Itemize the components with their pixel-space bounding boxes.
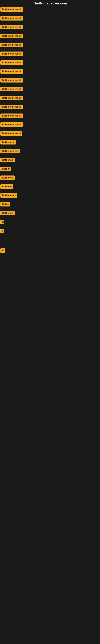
list-item: Bottleneck result <box>0 104 100 110</box>
list-item: Bottleneck result <box>0 122 100 128</box>
list-item: B <box>0 219 100 226</box>
bottleneck-badge[interactable]: Bottleneck resul <box>0 131 22 136</box>
list-item: Bottleneck result <box>0 51 100 57</box>
list-item <box>0 244 100 245</box>
bottleneck-badge[interactable]: Bottleneck result <box>0 69 23 74</box>
bottleneck-badge[interactable]: Bottleneck result <box>0 105 23 109</box>
list-item <box>0 260 100 261</box>
list-item: Bottleneck result <box>0 96 100 102</box>
bottleneck-badge[interactable]: Bottleneck result <box>0 16 23 20</box>
bottleneck-badge[interactable]: Bottleneck result <box>0 87 23 91</box>
bottleneck-badge[interactable]: Bottlene <box>0 184 13 189</box>
list-item: Bottleneck result <box>0 24 100 30</box>
bottleneck-badge[interactable]: Bottlenec <box>0 211 15 215</box>
bottleneck-badge[interactable]: Bottlenec <box>0 158 15 162</box>
bottleneck-badge[interactable]: Bottleneck result <box>0 122 23 127</box>
bottleneck-badge[interactable]: Bottleneck result <box>0 7 23 12</box>
list-item: Bottleneck resul <box>0 131 100 137</box>
site-title: TheBottlenecker.com <box>33 2 67 5</box>
list-item: Bottleneck result <box>0 34 100 40</box>
list-item: Bottlenec <box>0 175 100 181</box>
bottleneck-list: Bottleneck resultBottleneck resultBottle… <box>0 6 100 268</box>
bottleneck-badge[interactable]: Bottleneck result <box>0 114 23 118</box>
list-item: Bottleneck result <box>0 42 100 48</box>
bottleneck-badge[interactable]: Bottleneck result <box>0 96 23 100</box>
list-item: Bottlenec <box>0 158 100 164</box>
list-item: Bottlenec <box>0 210 100 216</box>
bottleneck-badge[interactable]: Bottleneck res <box>0 149 20 153</box>
bottleneck-badge[interactable]: Bottler <box>0 167 11 171</box>
bottleneck-badge[interactable]: Bottle <box>0 202 10 206</box>
list-item: Bottler <box>0 166 100 172</box>
list-item <box>0 237 100 238</box>
list-item: Bottleneck result <box>0 16 100 22</box>
list-item: Bottleneck <box>0 140 100 146</box>
bottleneck-badge[interactable]: Bottleneck result <box>0 60 23 65</box>
bottleneck-badge[interactable]: Bottleneck result <box>0 52 23 56</box>
bottleneck-badge[interactable]: Bottleneck result <box>0 25 23 30</box>
list-item: Bottleneck result <box>0 113 100 119</box>
list-item: | <box>0 228 100 234</box>
list-item <box>0 257 100 258</box>
list-item: Bottleneck r <box>0 193 100 199</box>
list-item: Bottleneck result <box>0 86 100 92</box>
bottleneck-badge[interactable]: Bottlenec <box>0 176 15 180</box>
bottleneck-badge[interactable]: Bottleneck <box>0 140 16 144</box>
bottleneck-badge[interactable]: | <box>0 228 3 233</box>
list-item: Bottleneck result <box>0 60 100 66</box>
list-item: Bottleneck result <box>0 69 100 75</box>
bottleneck-badge[interactable]: Bottleneck result <box>0 34 23 38</box>
list-item: Bottlene <box>0 184 100 190</box>
list-item: Bottleneck result <box>0 7 100 13</box>
bottleneck-badge[interactable]: Bo <box>0 248 5 253</box>
list-item: Bo <box>0 248 100 254</box>
bottleneck-badge[interactable]: Bottleneck result <box>0 43 23 47</box>
list-item: Bottle <box>0 202 100 208</box>
list-item <box>0 268 100 268</box>
list-item: Bottleneck result <box>0 78 100 84</box>
list-item <box>0 264 100 265</box>
bottleneck-badge[interactable]: Bottleneck r <box>0 193 17 198</box>
bottleneck-badge[interactable]: B <box>0 220 4 224</box>
bottleneck-badge[interactable]: Bottleneck result <box>0 78 23 82</box>
list-item: Bottleneck res <box>0 148 100 154</box>
list-item <box>0 241 100 242</box>
site-header: TheBottlenecker.com <box>0 0 100 6</box>
